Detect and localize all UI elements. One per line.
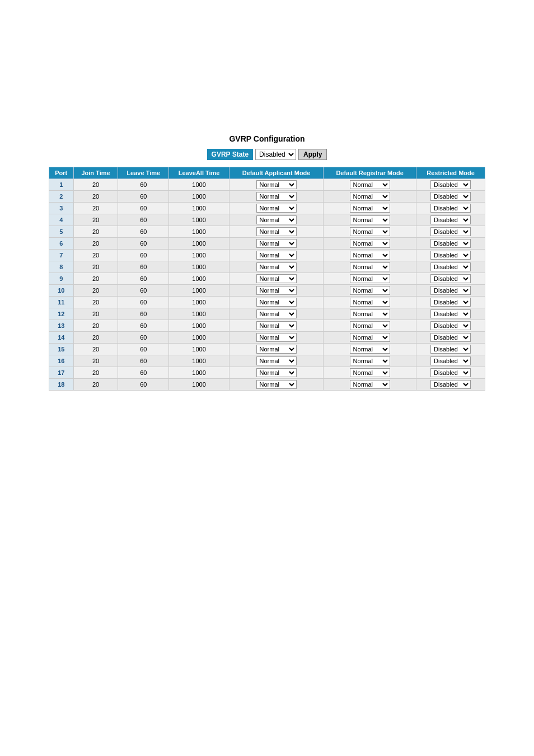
applicant-mode-select[interactable]: NormalNon-Participant <box>256 204 297 213</box>
applicant-mode-select[interactable]: NormalNon-Participant <box>256 321 297 330</box>
restricted-mode-select[interactable]: DisabledEnabled <box>430 380 471 389</box>
col-restricted-mode: Restricted Mode <box>416 167 485 179</box>
registrar-mode-select[interactable]: NormalFixedForbidden <box>350 204 390 213</box>
applicant-mode-cell: NormalNon-Participant <box>229 226 324 238</box>
leave-time-cell: 60 <box>118 367 169 379</box>
registrar-mode-select[interactable]: NormalFixedForbidden <box>350 333 390 342</box>
restricted-mode-select[interactable]: DisabledEnabled <box>430 333 471 342</box>
registrar-mode-select[interactable]: NormalFixedForbidden <box>350 286 390 295</box>
restricted-mode-cell: DisabledEnabled <box>416 379 485 391</box>
table-row: 1020601000NormalNon-ParticipantNormalFix… <box>49 285 485 297</box>
registrar-mode-select[interactable]: NormalFixedForbidden <box>350 298 390 307</box>
applicant-mode-select[interactable]: NormalNon-Participant <box>256 251 297 260</box>
restricted-mode-select[interactable]: DisabledEnabled <box>430 204 471 213</box>
restricted-mode-cell: DisabledEnabled <box>416 191 485 203</box>
applicant-mode-select[interactable]: NormalNon-Participant <box>256 192 297 201</box>
applicant-mode-cell: NormalNon-Participant <box>229 320 324 332</box>
apply-button[interactable]: Apply <box>298 149 327 160</box>
port-cell: 1 <box>49 179 74 191</box>
restricted-mode-select[interactable]: DisabledEnabled <box>430 192 471 201</box>
registrar-mode-cell: NormalFixedForbidden <box>324 308 416 320</box>
restricted-mode-select[interactable]: DisabledEnabled <box>430 262 471 271</box>
applicant-mode-select[interactable]: NormalNon-Participant <box>256 345 297 354</box>
restricted-mode-select[interactable]: DisabledEnabled <box>430 180 471 189</box>
applicant-mode-cell: NormalNon-Participant <box>229 355 324 367</box>
registrar-mode-select[interactable]: NormalFixedForbidden <box>350 345 390 354</box>
join-time-cell: 20 <box>73 238 118 250</box>
col-leaveall-time: LeaveAll Time <box>169 167 229 179</box>
restricted-mode-select[interactable]: DisabledEnabled <box>430 309 471 318</box>
leaveall-time-cell: 1000 <box>169 344 229 355</box>
col-join-time: Join Time <box>73 167 118 179</box>
registrar-mode-select[interactable]: NormalFixedForbidden <box>350 251 390 260</box>
join-time-cell: 20 <box>73 297 118 308</box>
applicant-mode-select[interactable]: NormalNon-Participant <box>256 239 297 248</box>
leave-time-cell: 60 <box>118 191 169 203</box>
applicant-mode-select[interactable]: NormalNon-Participant <box>256 227 297 236</box>
registrar-mode-cell: NormalFixedForbidden <box>324 238 416 250</box>
registrar-mode-select[interactable]: NormalFixedForbidden <box>350 215 390 224</box>
registrar-mode-select[interactable]: NormalFixedForbidden <box>350 380 390 389</box>
restricted-mode-select[interactable]: DisabledEnabled <box>430 251 471 260</box>
applicant-mode-select[interactable]: NormalNon-Participant <box>256 333 297 342</box>
applicant-mode-select[interactable]: NormalNon-Participant <box>256 180 297 189</box>
applicant-mode-select[interactable]: NormalNon-Participant <box>256 368 297 377</box>
page: GVRP Configuration GVRP State Disabled E… <box>0 0 534 756</box>
restricted-mode-cell: DisabledEnabled <box>416 273 485 285</box>
applicant-mode-select[interactable]: NormalNon-Participant <box>256 262 297 271</box>
applicant-mode-select[interactable]: NormalNon-Participant <box>256 215 297 224</box>
table-row: 1520601000NormalNon-ParticipantNormalFix… <box>49 344 485 355</box>
restricted-mode-select[interactable]: DisabledEnabled <box>430 356 471 365</box>
leaveall-time-cell: 1000 <box>169 214 229 226</box>
registrar-mode-select[interactable]: NormalFixedForbidden <box>350 321 390 330</box>
restricted-mode-select[interactable]: DisabledEnabled <box>430 274 471 283</box>
join-time-cell: 20 <box>73 250 118 261</box>
registrar-mode-select[interactable]: NormalFixedForbidden <box>350 180 390 189</box>
leave-time-cell: 60 <box>118 238 169 250</box>
leave-time-cell: 60 <box>118 344 169 355</box>
applicant-mode-select[interactable]: NormalNon-Participant <box>256 286 297 295</box>
registrar-mode-select[interactable]: NormalFixedForbidden <box>350 368 390 377</box>
join-time-cell: 20 <box>73 285 118 297</box>
restricted-mode-cell: DisabledEnabled <box>416 203 485 214</box>
restricted-mode-cell: DisabledEnabled <box>416 261 485 273</box>
leaveall-time-cell: 1000 <box>169 308 229 320</box>
port-cell: 16 <box>49 355 74 367</box>
restricted-mode-select[interactable]: DisabledEnabled <box>430 321 471 330</box>
applicant-mode-select[interactable]: NormalNon-Participant <box>256 309 297 318</box>
applicant-mode-select[interactable]: NormalNon-Participant <box>256 298 297 307</box>
registrar-mode-select[interactable]: NormalFixedForbidden <box>350 356 390 365</box>
registrar-mode-select[interactable]: NormalFixedForbidden <box>350 262 390 271</box>
restricted-mode-select[interactable]: DisabledEnabled <box>430 286 471 295</box>
applicant-mode-cell: NormalNon-Participant <box>229 297 324 308</box>
port-cell: 6 <box>49 238 74 250</box>
port-cell: 17 <box>49 367 74 379</box>
restricted-mode-select[interactable]: DisabledEnabled <box>430 345 471 354</box>
leave-time-cell: 60 <box>118 379 169 391</box>
applicant-mode-select[interactable]: NormalNon-Participant <box>256 356 297 365</box>
restricted-mode-select[interactable]: DisabledEnabled <box>430 215 471 224</box>
restricted-mode-select[interactable]: DisabledEnabled <box>430 227 471 236</box>
applicant-mode-select[interactable]: NormalNon-Participant <box>256 380 297 389</box>
port-cell: 10 <box>49 285 74 297</box>
join-time-cell: 20 <box>73 273 118 285</box>
table-row: 1320601000NormalNon-ParticipantNormalFix… <box>49 320 485 332</box>
applicant-mode-cell: NormalNon-Participant <box>229 273 324 285</box>
table-row: 320601000NormalNon-ParticipantNormalFixe… <box>49 203 485 214</box>
table-row: 1720601000NormalNon-ParticipantNormalFix… <box>49 367 485 379</box>
col-default-applicant-mode: Default Applicant Mode <box>229 167 324 179</box>
port-cell: 3 <box>49 203 74 214</box>
join-time-cell: 20 <box>73 191 118 203</box>
restricted-mode-select[interactable]: DisabledEnabled <box>430 298 471 307</box>
applicant-mode-cell: NormalNon-Participant <box>229 203 324 214</box>
registrar-mode-select[interactable]: NormalFixedForbidden <box>350 227 390 236</box>
registrar-mode-select[interactable]: NormalFixedForbidden <box>350 239 390 248</box>
registrar-mode-select[interactable]: NormalFixedForbidden <box>350 309 390 318</box>
registrar-mode-select[interactable]: NormalFixedForbidden <box>350 274 390 283</box>
registrar-mode-select[interactable]: NormalFixedForbidden <box>350 192 390 201</box>
gvrp-state-select[interactable]: Disabled Enabled <box>255 149 296 160</box>
applicant-mode-cell: NormalNon-Participant <box>229 261 324 273</box>
restricted-mode-select[interactable]: DisabledEnabled <box>430 368 471 377</box>
applicant-mode-select[interactable]: NormalNon-Participant <box>256 274 297 283</box>
restricted-mode-select[interactable]: DisabledEnabled <box>430 239 471 248</box>
